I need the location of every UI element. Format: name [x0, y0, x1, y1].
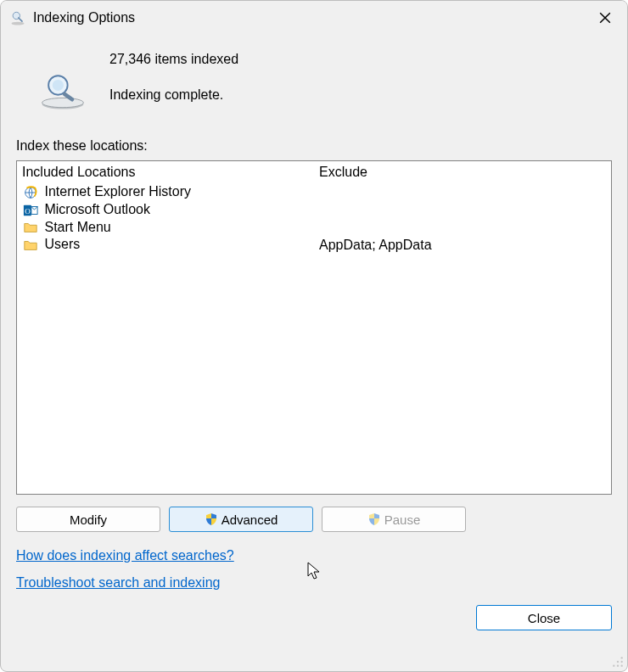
folder-icon	[22, 238, 39, 253]
svg-line-1	[19, 18, 22, 21]
indexing-app-icon	[9, 9, 26, 26]
list-item[interactable]: Users AppData; AppData	[17, 236, 611, 254]
column-header-exclude[interactable]: Exclude	[314, 161, 611, 183]
list-item-exclude	[314, 201, 611, 219]
list-item[interactable]: Start Menu	[17, 219, 611, 237]
column-header-included[interactable]: Included Locations	[17, 161, 314, 183]
pause-button-label: Pause	[384, 512, 421, 527]
advanced-button-label: Advanced	[221, 512, 278, 527]
list-item-label: Start Menu	[44, 220, 110, 234]
svg-point-12	[621, 657, 623, 658]
list-item-label: Internet Explorer History	[44, 184, 191, 199]
indexing-options-dialog: Indexing Options 27,346 items indexed In…	[0, 0, 628, 672]
ie-icon	[22, 185, 39, 200]
indexing-status-message: Indexing complete.	[109, 87, 238, 103]
list-item[interactable]: O Microsoft Outlook	[17, 201, 611, 219]
troubleshoot-link[interactable]: Troubleshoot search and indexing	[16, 575, 220, 590]
help-link[interactable]: How does indexing affect searches?	[16, 548, 234, 563]
list-item-label: Users	[44, 237, 80, 251]
folder-icon	[22, 220, 39, 235]
resize-grip-icon[interactable]	[612, 656, 624, 668]
close-icon[interactable]	[586, 4, 624, 31]
modify-button[interactable]: Modify	[16, 507, 160, 532]
uac-shield-icon	[205, 512, 218, 526]
modify-button-label: Modify	[70, 512, 107, 527]
uac-shield-icon	[367, 512, 381, 526]
list-item-exclude	[314, 183, 611, 201]
advanced-button[interactable]: Advanced	[169, 507, 313, 532]
svg-point-16	[617, 665, 619, 667]
svg-text:O: O	[25, 206, 31, 215]
indexing-status-icon	[16, 48, 109, 111]
window-title: Indexing Options	[33, 10, 586, 25]
locations-label: Index these locations:	[16, 138, 612, 154]
close-button[interactable]: Close	[476, 605, 612, 630]
indexed-count: 27,346 items indexed	[109, 52, 238, 67]
titlebar: Indexing Options	[1, 1, 627, 35]
list-item-exclude	[314, 219, 611, 237]
svg-point-17	[613, 665, 614, 667]
pause-button: Pause	[322, 507, 466, 532]
close-button-label: Close	[528, 611, 560, 625]
list-item-exclude: AppData; AppData	[314, 236, 611, 254]
list-item[interactable]: Internet Explorer History	[17, 183, 611, 201]
outlook-icon: O	[22, 203, 39, 218]
svg-point-14	[617, 661, 619, 663]
svg-point-4	[42, 98, 84, 107]
svg-point-15	[621, 665, 623, 667]
svg-point-13	[621, 661, 623, 663]
svg-point-2	[12, 22, 25, 25]
svg-point-6	[53, 80, 64, 91]
list-item-label: Microsoft Outlook	[44, 202, 149, 216]
locations-list[interactable]: Included Locations Exclude Internet Expl…	[16, 160, 612, 495]
